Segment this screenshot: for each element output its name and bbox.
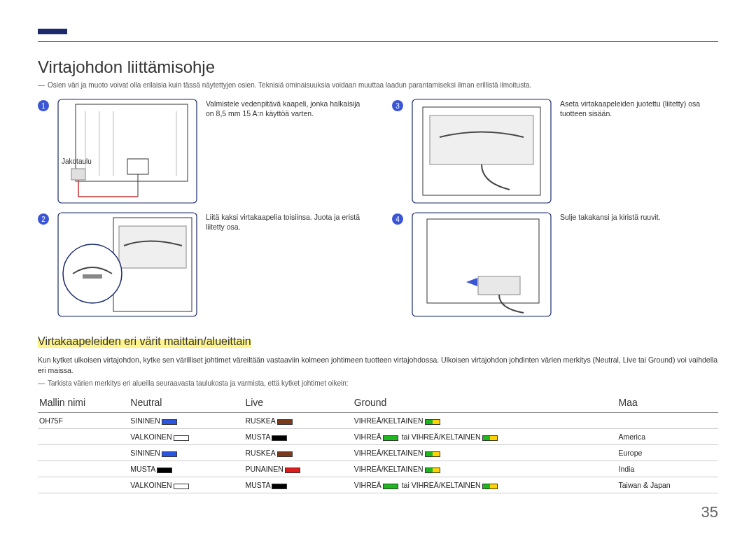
steps-grid: 1 Jakotaulu Valmistele vedenpitävä kaape… [38, 99, 718, 317]
swatch-blue [162, 451, 177, 457]
cell-live: RUSKEA [244, 445, 352, 461]
swatch-white [174, 435, 189, 441]
swatch-blue [162, 419, 177, 425]
cell-ground: VIHREÄ/KELTAINEN [353, 445, 617, 461]
note-top: Osien väri ja muoto voivat olla erilaisi… [38, 81, 718, 89]
cell-country: India [617, 461, 718, 477]
cell-neutral: VALKOINEN [129, 477, 244, 493]
svg-rect-11 [430, 115, 533, 164]
table-row: OH75F SININEN RUSKEA VIHREÄ/KELTAINEN [38, 413, 718, 429]
step-1-figure: Jakotaulu [57, 99, 197, 204]
cell-model [38, 445, 129, 461]
swatch-green-yellow [425, 468, 440, 473]
step-1: 1 Jakotaulu Valmistele vedenpitävä kaape… [38, 99, 364, 204]
table-row: MUSTA PUNAINEN VIHREÄ/KELTAINEN India [38, 461, 718, 477]
swatch-brown [277, 451, 293, 457]
section-note: Tarkista värien merkitys eri alueilla se… [38, 379, 718, 387]
step-1-text: Valmistele vedenpitävä kaapeli, jonka ha… [206, 99, 364, 204]
table-row: VALKOINEN MUSTA VIHREÄ tai VIHREÄ/KELTAI… [38, 477, 718, 493]
step-4: 4 Sulje takakansi ja kiristä ruuvit. [392, 212, 718, 317]
cell-live: MUSTA [244, 429, 352, 445]
swatch-black [272, 435, 287, 441]
swatch-black [157, 468, 172, 473]
swatch-red [285, 468, 300, 473]
step-badge-3: 3 [392, 100, 403, 111]
cell-ground: VIHREÄ tai VIHREÄ/KELTAINEN [353, 429, 617, 445]
header-rule [38, 0, 718, 42]
step-2-text: Liitä kaksi virtakaapelia toisiinsa. Juo… [206, 212, 364, 317]
cell-ground: VIHREÄ/KELTAINEN [353, 413, 617, 429]
svg-point-15 [63, 244, 122, 303]
cell-live: MUSTA [244, 477, 352, 493]
section-body: Kun kytket ulkoisen virtajohdon, kytke s… [38, 355, 718, 375]
page-number: 35 [701, 503, 718, 521]
table-row: VALKOINEN MUSTA VIHREÄ tai VIHREÄ/KELTAI… [38, 429, 718, 445]
swatch-green-yellow [425, 451, 440, 457]
swatch-green-yellow [482, 435, 498, 441]
swatch-green [383, 435, 398, 441]
swatch-green-yellow [482, 484, 498, 489]
th-live: Live [244, 394, 352, 413]
svg-rect-14 [119, 226, 186, 268]
th-neutral: Neutral [129, 394, 244, 413]
page-title: Virtajohdon liittämisohje [38, 57, 718, 77]
step-badge-2: 2 [38, 213, 49, 225]
cell-neutral: SININEN [129, 413, 244, 429]
cell-neutral: VALKOINEN [129, 429, 244, 445]
cell-country [617, 413, 718, 429]
step-1-label: Jakotaulu [62, 157, 202, 165]
th-model: Mallin nimi [38, 394, 129, 413]
step-4-text: Sulje takakansi ja kiristä ruuvit. [560, 212, 718, 317]
swatch-green [383, 484, 398, 489]
swatch-brown [277, 419, 293, 425]
cell-ground: VIHREÄ tai VIHREÄ/KELTAINEN [353, 477, 617, 493]
color-table: Mallin nimi Neutral Live Ground Maa OH75… [38, 394, 718, 493]
section-title: Virtakaapeleiden eri värit maittain/alue… [38, 335, 251, 348]
swatch-white [174, 484, 189, 489]
th-country: Maa [617, 394, 718, 413]
cell-model: OH75F [38, 413, 129, 429]
step-3-figure [412, 99, 552, 204]
th-ground: Ground [353, 394, 617, 413]
cell-country: Taiwan & Japan [617, 477, 718, 493]
cell-model [38, 477, 129, 493]
swatch-green-yellow [425, 419, 440, 425]
svg-rect-4 [71, 169, 85, 180]
step-3: 3 Aseta virtakaapeleiden juotettu (liite… [392, 99, 718, 204]
step-badge-4: 4 [392, 213, 403, 225]
cell-neutral: MUSTA [129, 461, 244, 477]
svg-rect-18 [478, 276, 520, 295]
step-2: 2 Liitä kaksi virtakaapelia toisiinsa. J… [38, 212, 364, 317]
table-row: SININEN RUSKEA VIHREÄ/KELTAINEN Europe [38, 445, 718, 461]
cell-country: America [617, 429, 718, 445]
step-2-figure [57, 212, 197, 317]
cell-country: Europe [617, 445, 718, 461]
cell-live: RUSKEA [244, 413, 352, 429]
cell-model [38, 461, 129, 477]
swatch-black [272, 484, 287, 489]
step-badge-1: 1 [38, 100, 49, 111]
cell-neutral: SININEN [129, 445, 244, 461]
step-3-text: Aseta virtakaapeleiden juotettu (liitett… [560, 99, 718, 204]
cell-model [38, 429, 129, 445]
cell-live: PUNAINEN [244, 461, 352, 477]
cell-ground: VIHREÄ/KELTAINEN [353, 461, 617, 477]
step-4-figure [412, 212, 552, 317]
